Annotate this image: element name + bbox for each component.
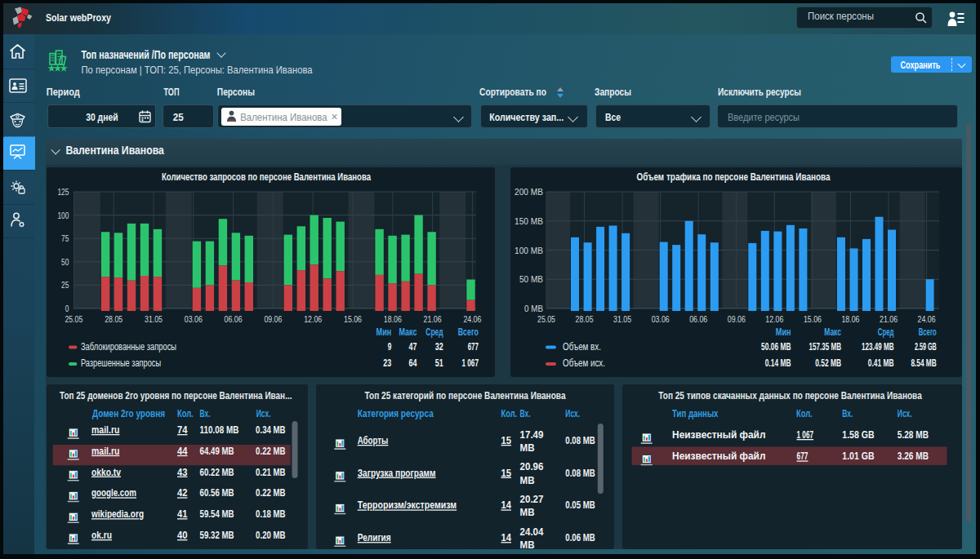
svg-text:Количество запросов по персоне: Количество запросов по персоне Валентина… xyxy=(162,171,372,183)
svg-text:0 MB: 0 MB xyxy=(524,304,543,313)
svg-text:110.08 MB: 110.08 MB xyxy=(200,424,239,436)
svg-text:150 MB: 150 MB xyxy=(514,216,543,226)
svg-text:74: 74 xyxy=(177,424,188,436)
svg-text:60.22 MB: 60.22 MB xyxy=(200,466,234,478)
svg-text:24.04: 24.04 xyxy=(520,526,545,538)
svg-text:3.26 MB: 3.26 MB xyxy=(898,450,929,462)
svg-text:Топ назначений /По персонам: Топ назначений /По персонам xyxy=(82,47,211,61)
svg-text:Сохранить: Сохранить xyxy=(901,60,941,71)
svg-text:Объем трафика по персоне Вален: Объем трафика по персоне Валентина Ивано… xyxy=(637,171,831,183)
svg-text:Вх.: Вх. xyxy=(520,408,531,419)
svg-text:8.54 MB: 8.54 MB xyxy=(911,357,937,369)
svg-text:15.06: 15.06 xyxy=(804,314,822,324)
svg-text:25.05: 25.05 xyxy=(65,314,82,324)
svg-text:mail.ru: mail.ru xyxy=(91,424,119,436)
svg-text:50 MB: 50 MB xyxy=(519,274,543,284)
svg-text:Мин: Мин xyxy=(376,326,392,338)
svg-text:24.06: 24.06 xyxy=(918,314,936,324)
svg-text:MB: MB xyxy=(520,539,535,551)
svg-text:Тип данных: Тип данных xyxy=(672,408,718,419)
svg-text:50: 50 xyxy=(61,257,69,267)
svg-text:Категория ресурса: Категория ресурса xyxy=(358,408,434,419)
svg-text:0.41 MB: 0.41 MB xyxy=(868,357,894,369)
svg-text:125: 125 xyxy=(57,187,69,197)
svg-text:2.59 GB: 2.59 GB xyxy=(915,341,937,353)
svg-text:Вх.: Вх. xyxy=(200,408,211,419)
svg-text:03.06: 03.06 xyxy=(185,314,203,324)
svg-text:15: 15 xyxy=(501,467,512,479)
svg-text:9: 9 xyxy=(388,341,392,353)
svg-text:31.05: 31.05 xyxy=(145,314,163,324)
svg-text:Сред: Сред xyxy=(878,326,894,338)
svg-text:Введите ресурсы: Введите ресурсы xyxy=(728,111,800,123)
svg-text:Домен 2го уровня: Домен 2го уровня xyxy=(92,408,165,419)
svg-text:677: 677 xyxy=(468,341,479,353)
svg-text:15: 15 xyxy=(501,434,512,446)
svg-text:64.49 MB: 64.49 MB xyxy=(200,445,234,457)
svg-text:5.28 MB: 5.28 MB xyxy=(898,428,929,441)
svg-text:0.20 MB: 0.20 MB xyxy=(256,529,286,541)
svg-text:Всего: Всего xyxy=(458,326,479,338)
svg-text:0.22 MB: 0.22 MB xyxy=(256,445,286,457)
svg-text:MB: MB xyxy=(520,474,535,486)
svg-text:Исключить ресурсы: Исключить ресурсы xyxy=(718,86,801,98)
svg-text:09.06: 09.06 xyxy=(728,314,746,324)
svg-text:0: 0 xyxy=(65,304,69,313)
svg-text:Всего: Всего xyxy=(919,326,937,338)
svg-text:40: 40 xyxy=(177,529,188,541)
svg-text:1 067: 1 067 xyxy=(797,428,814,441)
svg-text:Топ 25 типов скачанных данных: Топ 25 типов скачанных данных по персоне… xyxy=(658,390,922,402)
svg-text:Топ 25 категорий по персоне Ва: Топ 25 категорий по персоне Валентина Ив… xyxy=(365,390,567,402)
svg-text:28.05: 28.05 xyxy=(576,314,594,324)
svg-text:0.18 MB: 0.18 MB xyxy=(256,508,286,520)
svg-text:31.05: 31.05 xyxy=(613,314,631,324)
svg-text:09.06: 09.06 xyxy=(264,314,282,324)
svg-text:okko.tv: okko.tv xyxy=(91,466,122,478)
svg-text:Количеству зап...: Количеству зап... xyxy=(489,111,564,123)
svg-text:Объем исх.: Объем исх. xyxy=(563,357,605,369)
svg-text:24.06: 24.06 xyxy=(463,314,481,324)
svg-text:×: × xyxy=(332,110,338,123)
svg-text:Персоны: Персоны xyxy=(217,86,255,98)
svg-text:100 MB: 100 MB xyxy=(514,246,543,255)
svg-text:MB: MB xyxy=(520,506,535,518)
svg-text:60.56 MB: 60.56 MB xyxy=(200,486,234,499)
svg-text:google.com: google.com xyxy=(91,486,136,499)
svg-text:ТОП: ТОП xyxy=(164,86,180,98)
svg-text:0.22 MB: 0.22 MB xyxy=(256,486,286,499)
svg-text:Неизвестный файл: Неизвестный файл xyxy=(672,428,765,441)
svg-text:Период: Период xyxy=(47,86,81,98)
svg-text:47: 47 xyxy=(409,341,417,353)
svg-text:Макс: Макс xyxy=(399,326,417,338)
svg-text:Мин: Мин xyxy=(776,326,791,338)
svg-text:0.21 MB: 0.21 MB xyxy=(256,466,286,478)
svg-text:Сортировать по: Сортировать по xyxy=(479,86,546,98)
svg-text:157.35 MB: 157.35 MB xyxy=(808,341,841,353)
svg-text:0.14 MB: 0.14 MB xyxy=(765,357,791,369)
svg-text:Религия: Религия xyxy=(358,531,391,543)
svg-text:03.06: 03.06 xyxy=(652,314,670,324)
svg-text:Макс: Макс xyxy=(824,326,841,338)
svg-text:Аборты: Аборты xyxy=(358,434,389,446)
svg-text:По персонам | ТОП: 25, Персоны: По персонам | ТОП: 25, Персоны: Валентин… xyxy=(82,64,313,76)
svg-text:41: 41 xyxy=(177,508,188,520)
svg-text:Сред: Сред xyxy=(425,326,443,338)
svg-text:32: 32 xyxy=(435,341,443,353)
svg-text:14: 14 xyxy=(501,499,512,511)
svg-text:Терроризм/экстремизм: Терроризм/экстремизм xyxy=(358,499,457,511)
svg-text:51: 51 xyxy=(435,357,443,369)
svg-text:1.01 GB: 1.01 GB xyxy=(842,450,874,462)
svg-text:43: 43 xyxy=(177,466,188,478)
svg-text:1 067: 1 067 xyxy=(461,357,479,369)
svg-text:25.05: 25.05 xyxy=(537,314,555,324)
svg-text:21.06: 21.06 xyxy=(424,314,442,324)
svg-text:Поиск персоны: Поиск персоны xyxy=(808,10,874,22)
svg-text:17.49: 17.49 xyxy=(520,428,544,441)
svg-text:Исх.: Исх. xyxy=(898,408,912,419)
svg-text:12.06: 12.06 xyxy=(304,314,322,324)
svg-text:MB: MB xyxy=(520,441,535,454)
svg-text:28.05: 28.05 xyxy=(105,314,122,324)
svg-text:ok.ru: ok.ru xyxy=(91,529,112,541)
svg-text:30 дней: 30 дней xyxy=(86,111,118,123)
svg-text:1.58 GB: 1.58 GB xyxy=(842,428,874,441)
